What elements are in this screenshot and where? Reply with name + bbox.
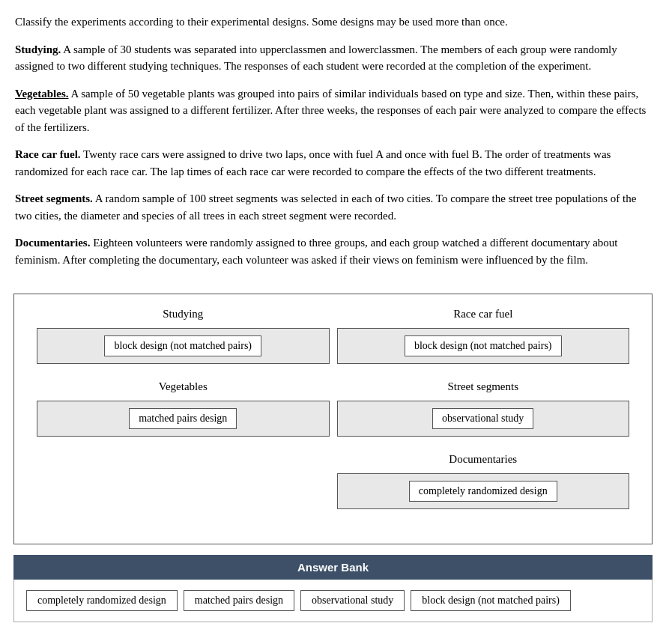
racecar-bold: Race car fuel.	[15, 148, 81, 160]
street-chip[interactable]: observational study	[432, 408, 533, 429]
vegetables-bold: Vegetables.	[15, 88, 69, 100]
chip-wrap-2: observational study	[300, 590, 405, 611]
documentaries-para: Documentaries. Eighteen volunteers were …	[15, 234, 651, 268]
racecar-chip[interactable]: block design (not matched pairs)	[405, 335, 562, 356]
answer-chip-matched-pairs[interactable]: matched pairs design	[184, 590, 294, 611]
street-slot[interactable]: observational study	[337, 401, 630, 437]
vegetables-slot-wrap: Vegetables matched pairs design	[37, 380, 330, 440]
instructions-section: Classify the experiments according to th…	[0, 0, 666, 286]
vegetables-slot[interactable]: matched pairs design	[37, 401, 330, 437]
documentaries-label: Documentaries	[337, 453, 630, 466]
vegetables-text: A sample of 50 vegetable plants was grou…	[15, 88, 646, 133]
racecar-para: Race car fuel. Twenty race cars were ass…	[15, 146, 651, 180]
studying-slot-wrap: Studying block design (not matched pairs…	[37, 308, 330, 367]
studying-chip[interactable]: block design (not matched pairs)	[104, 335, 261, 356]
documentaries-chip[interactable]: completely randomized design	[409, 481, 557, 502]
racecar-text: Twenty race cars were assigned to drive …	[15, 148, 611, 177]
answer-chip-observational[interactable]: observational study	[300, 590, 405, 611]
chip-wrap-0: completely randomized design	[26, 590, 178, 611]
answer-chip-completely-randomized[interactable]: completely randomized design	[26, 590, 178, 611]
vegetables-label: Vegetables	[37, 380, 330, 393]
vegetables-chip[interactable]: matched pairs design	[129, 408, 237, 429]
street-para: Street segments. A random sample of 100 …	[15, 190, 651, 224]
documentaries-slot[interactable]: completely randomized design	[337, 473, 630, 509]
answer-bank-header: Answer Bank	[13, 555, 653, 580]
drag-grid: Studying block design (not matched pairs…	[22, 308, 644, 526]
right-column: Race car fuel block design (not matched …	[337, 308, 645, 526]
studying-para: Studying. A sample of 30 students was se…	[15, 41, 651, 75]
street-slot-wrap: Street segments observational study	[337, 380, 630, 440]
racecar-slot-wrap: Race car fuel block design (not matched …	[337, 308, 630, 367]
racecar-slot[interactable]: block design (not matched pairs)	[337, 328, 630, 364]
answer-bank-chips: completely randomized design matched pai…	[13, 580, 653, 622]
documentaries-slot-wrap: Documentaries completely randomized desi…	[337, 453, 630, 512]
left-column: Studying block design (not matched pairs…	[22, 308, 330, 526]
chip-wrap-3: block design (not matched pairs)	[411, 590, 571, 611]
chip-wrap-1: matched pairs design	[184, 590, 294, 611]
studying-label: Studying	[37, 308, 330, 321]
answer-chip-block-design[interactable]: block design (not matched pairs)	[411, 590, 571, 611]
classification-area: Studying block design (not matched pairs…	[13, 294, 653, 544]
studying-bold: Studying.	[15, 43, 61, 55]
documentaries-bold: Documentaries.	[15, 237, 90, 249]
street-bold: Street segments.	[15, 192, 93, 204]
studying-slot[interactable]: block design (not matched pairs)	[37, 328, 330, 364]
street-label: Street segments	[337, 380, 630, 393]
studying-text: A sample of 30 students was separated in…	[15, 43, 617, 73]
instruction-text: Classify the experiments according to th…	[15, 13, 651, 31]
street-text: A random sample of 100 street segments w…	[15, 192, 636, 222]
vegetables-para: Vegetables. A sample of 50 vegetable pla…	[15, 85, 651, 136]
racecar-label: Race car fuel	[337, 308, 630, 321]
documentaries-text: Eighteen volunteers were randomly assign…	[15, 237, 617, 266]
